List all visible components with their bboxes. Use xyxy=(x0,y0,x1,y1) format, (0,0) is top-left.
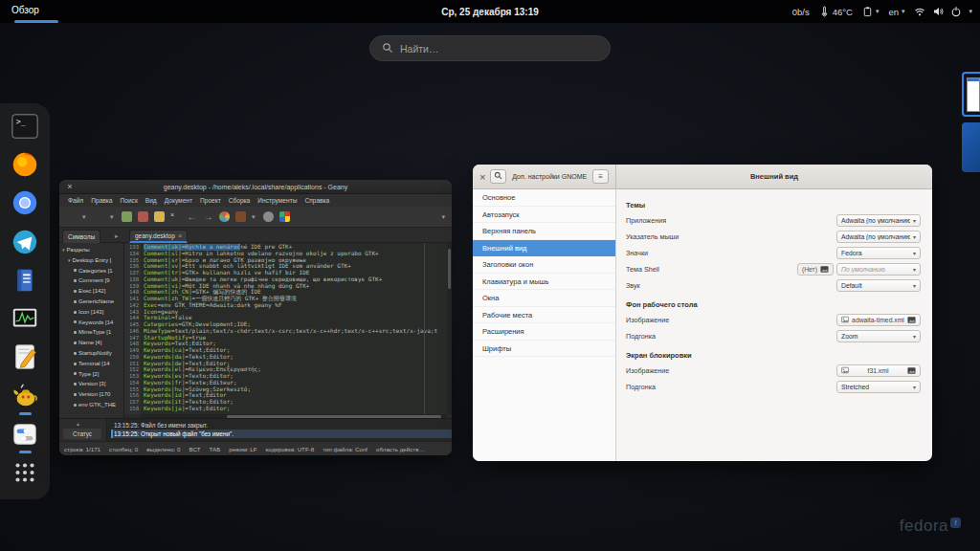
dock-item-telegram[interactable] xyxy=(8,228,42,261)
dock-item-book[interactable] xyxy=(8,266,42,299)
open-image-icon[interactable] xyxy=(907,316,916,325)
lockscreen-image-file-button[interactable]: f31.xml xyxy=(836,364,921,377)
clipboard-menu[interactable]: ▾ xyxy=(862,6,880,17)
dock-item-chromium[interactable] xyxy=(8,188,42,222)
sidebar-item-Расширения[interactable]: Расширения xyxy=(473,323,615,341)
sidebar-item-Внешний вид[interactable]: Внешний вид xyxy=(473,240,615,257)
vertical-scrollbar-thumb[interactable] xyxy=(448,249,451,289)
desktop-adjustment-dropdown[interactable]: Zoom▾ xyxy=(836,330,921,342)
menu-Инструменты[interactable]: Инструменты xyxy=(257,197,297,204)
tree-item[interactable]: Version [3] xyxy=(59,379,123,389)
dock-item-tweaks[interactable] xyxy=(8,420,42,453)
workspace-thumbnail-2[interactable] xyxy=(962,122,980,172)
tree-item[interactable]: Name [4] xyxy=(59,338,123,348)
code-area[interactable]: Comment[sk]=Rýchle a nenáročné IDE pre G… xyxy=(144,244,447,412)
dock-item-text-editor[interactable] xyxy=(8,342,42,376)
tree-item[interactable]: GenericName xyxy=(59,297,123,307)
tree-item[interactable]: ▾Desktop Entry [ xyxy=(59,255,123,266)
geany-window[interactable]: × geany.desktop - /home/aleks/.local/sha… xyxy=(59,180,452,455)
keyboard-layout-menu[interactable]: en ▾ xyxy=(888,7,904,17)
sidebar-item-Клавиатура и мышь[interactable]: Клавиатура и мышь xyxy=(473,274,615,291)
shell-theme-dropdown[interactable]: По умолчанию▾ xyxy=(836,263,921,276)
tree-item[interactable]: Terminal [14 xyxy=(59,359,123,369)
dock-item-firefox[interactable] xyxy=(8,150,42,184)
save-all-icon[interactable] xyxy=(138,211,148,222)
tree-item[interactable]: Categories [1 xyxy=(59,266,123,276)
revert-icon[interactable] xyxy=(154,211,165,222)
search-bar[interactable] xyxy=(369,35,611,61)
cursor-theme-dropdown[interactable]: Adwaita (по умолчанию)▾ xyxy=(836,231,921,243)
tree-item[interactable]: Comment [9 xyxy=(59,276,123,286)
menu-Проект[interactable]: Проект xyxy=(200,197,221,204)
tree-item[interactable]: Version [170 xyxy=(59,389,123,400)
dock-item-terminal[interactable]: >_ xyxy=(8,112,42,145)
sidebar-item-Автозапуск[interactable]: Автозапуск xyxy=(473,207,615,224)
search-button[interactable] xyxy=(490,169,506,184)
close-window-icon[interactable]: × xyxy=(479,165,485,189)
menu-Вид[interactable]: Вид xyxy=(145,197,157,204)
tree-item[interactable]: Icon [143] xyxy=(59,307,123,318)
menu-Правка[interactable]: Правка xyxy=(91,197,112,204)
applications-theme-dropdown[interactable]: Adwaita (по умолчанию)▾ xyxy=(836,214,921,227)
colors-icon[interactable] xyxy=(279,211,290,222)
workspace-thumbnail-1[interactable] xyxy=(962,72,980,117)
arrow-icon[interactable]: ▾ xyxy=(82,211,88,222)
compile-icon[interactable] xyxy=(219,211,230,222)
menu-Документ[interactable]: Документ xyxy=(165,197,192,204)
arrow-icon[interactable]: ▾ xyxy=(110,211,116,222)
horizontal-scrollbar[interactable] xyxy=(141,414,447,418)
sound-theme-dropdown[interactable]: Default▾ xyxy=(836,279,921,292)
vertical-scrollbar[interactable] xyxy=(447,243,452,414)
toolbar-overflow-arrow-icon[interactable]: ▾ xyxy=(441,213,445,221)
dock-item-show-apps[interactable] xyxy=(8,458,42,492)
sidebar-item-Шрифты[interactable]: Шрифты xyxy=(473,341,615,358)
open-file-icon[interactable] xyxy=(94,211,104,222)
menu-Файл[interactable]: Файл xyxy=(68,197,83,204)
run-icon[interactable] xyxy=(263,211,274,222)
close-file-icon[interactable]: × xyxy=(170,211,181,222)
build-icon[interactable] xyxy=(235,211,246,222)
temperature-indicator[interactable]: 46°C xyxy=(819,6,853,17)
menu-button[interactable]: ≡ xyxy=(592,169,609,184)
close-tab-icon[interactable]: × xyxy=(178,231,183,240)
shell-theme-status-button[interactable]: (Нет) xyxy=(797,263,834,276)
sidebar-item-Рабочие места[interactable]: Рабочие места xyxy=(473,307,615,324)
save-icon[interactable] xyxy=(122,211,132,222)
tab-scroll-arrow-icon[interactable]: ▸ xyxy=(115,232,119,240)
sidebar-item-Верхняя панель[interactable]: Верхняя панель xyxy=(473,223,615,240)
tweaks-window[interactable]: × Доп. настройки GNOME ≡ Внешний вид Осн… xyxy=(473,165,932,461)
menu-Справка[interactable]: Справка xyxy=(304,197,329,204)
status-message[interactable]: 13:15:25: Открыт новый файл "без имени". xyxy=(111,430,452,438)
forward-icon[interactable]: → xyxy=(203,211,213,222)
tree-item[interactable]: Type [2] xyxy=(59,369,123,380)
sidebar-item-Основное[interactable]: Основное xyxy=(473,189,615,207)
arrow-icon[interactable]: ▾ xyxy=(252,211,257,222)
dock-item-system-monitor[interactable] xyxy=(8,304,42,338)
system-menu[interactable]: ▾ xyxy=(914,6,972,17)
tree-item[interactable]: MimeType [1 xyxy=(59,327,123,338)
new-file-icon[interactable] xyxy=(66,211,77,222)
search-input[interactable] xyxy=(400,43,598,55)
message-tabs-arrow-icon[interactable]: ▴ xyxy=(77,420,79,427)
tree-item[interactable]: env GTK_THE xyxy=(59,400,123,410)
tab-symbols[interactable]: Символы xyxy=(62,230,100,243)
expander-icon[interactable]: ▾ xyxy=(62,245,65,255)
tree-item[interactable]: Keywords [14 xyxy=(59,318,123,328)
status-message[interactable]: 13:15:25: Файл без имени закрыт. xyxy=(111,421,452,430)
editor-area[interactable]: 1331341351361371381391401411421431441451… xyxy=(124,243,452,418)
sidebar-item-Заголовки окон[interactable]: Заголовки окон xyxy=(473,256,615,274)
icons-theme-dropdown[interactable]: Fedora▾ xyxy=(836,247,921,259)
tree-item[interactable]: Exec [142] xyxy=(59,286,123,297)
menu-Поиск[interactable]: Поиск xyxy=(121,197,138,204)
tree-item[interactable]: ▾Разделы xyxy=(59,245,123,255)
tab-status[interactable]: Статус xyxy=(63,429,101,439)
tree-item[interactable]: StartupNotify xyxy=(59,348,123,359)
sidebar-item-Окна[interactable]: Окна xyxy=(473,290,615,307)
back-icon[interactable]: ← xyxy=(187,211,197,222)
expander-icon[interactable]: ▾ xyxy=(68,255,71,266)
open-image-icon[interactable] xyxy=(907,366,916,376)
tab-document[interactable]: geany.desktop × xyxy=(129,230,188,243)
dock-item-teapot[interactable] xyxy=(8,382,42,415)
net-speed-indicator[interactable]: 0b/s xyxy=(792,7,810,17)
horizontal-scrollbar-thumb[interactable] xyxy=(227,415,441,418)
